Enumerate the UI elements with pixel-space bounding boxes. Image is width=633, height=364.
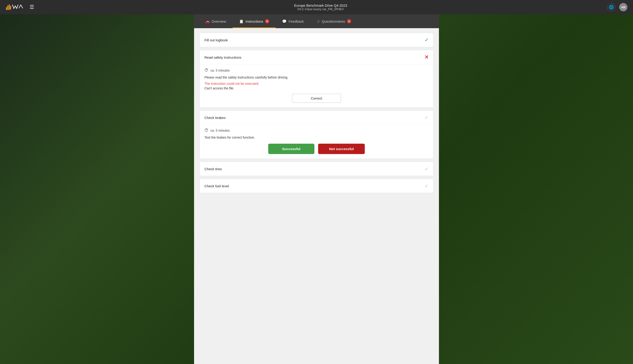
tab-feedback[interactable]: 💬 Feedback xyxy=(276,14,310,28)
tires-title: Check tires xyxy=(204,167,222,171)
instructions-badge: 3 xyxy=(265,19,269,23)
instruction-header-fuel[interactable]: Check fuel level ✓ xyxy=(200,179,433,193)
star-icon: ☆ xyxy=(317,19,320,24)
brakes-duration: ca. 5 minutes xyxy=(210,129,230,132)
svg-rect-1 xyxy=(8,5,8,10)
brakes-meta: ⏱ ca. 5 minutes xyxy=(204,125,428,135)
successful-button[interactable]: Successful xyxy=(268,144,314,154)
brakes-title: Check brakes xyxy=(204,116,226,120)
fuel-title: Check fuel level xyxy=(204,184,229,188)
logbook-check-icon: ✓ xyxy=(424,37,428,43)
instruction-card-brakes: Check brakes ✓ ⏱ ca. 5 minutes Test the … xyxy=(200,110,434,159)
safety-title: Read safety instructions xyxy=(204,56,242,59)
correct-button[interactable]: Correct xyxy=(292,94,341,103)
topbar: ☰ Europe Benchmark Drive Q4 2023 03-C-Cl… xyxy=(0,0,633,14)
main-wrapper: 🚗 Overview 📋 Instructions 3 💬 Feedback ☆… xyxy=(0,0,633,364)
logo xyxy=(6,4,24,11)
brakes-description: Test the brakes for correct function. xyxy=(204,135,428,140)
tab-overview[interactable]: 🚗 Overview xyxy=(199,14,233,28)
instruction-card-logbook: Fill out logbook ✓ xyxy=(200,33,434,47)
avatar[interactable]: AB xyxy=(619,3,628,11)
instruction-header-tires[interactable]: Check tires ✓ xyxy=(200,162,433,176)
tab-overview-label: Overview xyxy=(212,20,226,23)
topbar-title: Europe Benchmark Drive Q4 2023 xyxy=(294,4,347,8)
questionnaires-badge: 1 xyxy=(347,19,351,23)
instruction-card-tires: Check tires ✓ xyxy=(200,162,434,176)
tab-questionnaires-label: Questionnaires xyxy=(322,20,345,23)
safety-actions: Correct xyxy=(204,94,428,103)
tab-instructions[interactable]: 📋 Instructions 3 xyxy=(233,14,276,28)
instruction-card-fuel: Check fuel level ✓ xyxy=(200,179,434,193)
safety-meta: ⏱ ca. 5 minutes xyxy=(204,65,428,75)
car-icon: 🚗 xyxy=(205,19,210,24)
topbar-subtitle: 03-C-Class luxury car_FM_2PHEV xyxy=(294,8,347,11)
clipboard-icon: 📋 xyxy=(239,19,244,24)
feedback-icon: 💬 xyxy=(282,19,287,24)
svg-rect-2 xyxy=(9,4,10,10)
tab-instructions-label: Instructions xyxy=(246,20,263,23)
not-successful-button[interactable]: Not successful xyxy=(318,144,365,154)
safety-error-label: The instruction could not be executed: xyxy=(204,82,428,86)
brakes-check-icon: ✓ xyxy=(424,115,428,120)
tab-bar: 🚗 Overview 📋 Instructions 3 💬 Feedback ☆… xyxy=(194,14,439,28)
clock-icon-safety: ⏱ xyxy=(204,68,208,73)
hamburger-button[interactable]: ☰ xyxy=(30,4,34,10)
svg-rect-0 xyxy=(6,7,7,10)
instruction-body-safety: ⏱ ca. 5 minutes Please read the safety i… xyxy=(200,64,433,108)
topbar-left: ☰ xyxy=(6,4,34,11)
brakes-actions: Successful Not successful xyxy=(204,144,428,154)
safety-description: Please read the safety instructions care… xyxy=(204,75,428,80)
clock-icon-brakes: ⏱ xyxy=(204,128,208,133)
instructions-list: Fill out logbook ✓ Read safety instructi… xyxy=(194,28,439,200)
content-panel: 🚗 Overview 📋 Instructions 3 💬 Feedback ☆… xyxy=(194,14,439,364)
safety-cross-icon: ✕ xyxy=(424,54,428,60)
instruction-header-brakes[interactable]: Check brakes ✓ xyxy=(200,111,433,124)
instruction-header-safety[interactable]: Read safety instructions ✕ xyxy=(200,50,433,64)
tab-questionnaires[interactable]: ☆ Questionnaires 1 xyxy=(310,14,358,28)
logbook-title: Fill out logbook xyxy=(204,38,228,42)
instruction-header-logbook[interactable]: Fill out logbook ✓ xyxy=(200,33,433,47)
fuel-check-icon: ✓ xyxy=(424,183,428,189)
tires-check-icon: ✓ xyxy=(424,166,428,172)
instruction-card-safety: Read safety instructions ✕ ⏱ ca. 5 minut… xyxy=(200,50,434,108)
instruction-body-brakes: ⏱ ca. 5 minutes Test the brakes for corr… xyxy=(200,124,433,159)
safety-error-detail: Can't access the file. xyxy=(204,86,428,90)
topbar-center: Europe Benchmark Drive Q4 2023 03-C-Clas… xyxy=(294,4,347,11)
topbar-right: 🌐 AB xyxy=(607,3,628,11)
tab-feedback-label: Feedback xyxy=(288,20,304,23)
svg-rect-3 xyxy=(10,6,11,10)
safety-duration: ca. 5 minutes xyxy=(210,68,230,72)
language-button[interactable]: 🌐 xyxy=(607,3,616,11)
